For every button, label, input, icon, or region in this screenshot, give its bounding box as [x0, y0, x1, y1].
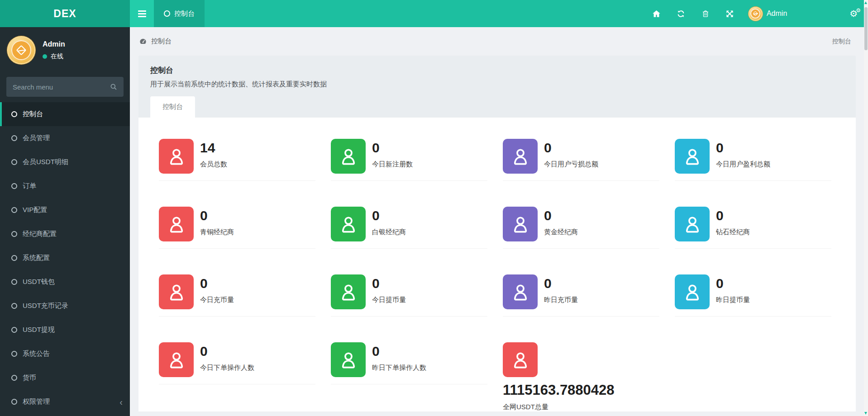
user-icon: [159, 207, 194, 241]
user-icon: [503, 207, 538, 241]
expand-button[interactable]: [720, 0, 739, 27]
stat-label: 今日用户盈利总额: [716, 160, 770, 169]
sidebar-item[interactable]: 会员管理 ‹: [0, 126, 130, 150]
sidebar-item[interactable]: 权限管理 ‹: [0, 390, 130, 414]
stat-value: 0: [716, 141, 770, 155]
avatar: [7, 36, 35, 64]
sidebar-item[interactable]: 系统配置 ‹: [0, 246, 130, 270]
search-icon[interactable]: [110, 83, 117, 90]
sidebar-item-label: 订单: [23, 182, 36, 190]
stat-card: 0 今日充币量: [159, 274, 331, 342]
stat-card: 0 黄金经纪商: [503, 207, 675, 274]
hamburger-icon: [138, 9, 146, 19]
scrollbar-thumb[interactable]: [864, 7, 868, 50]
navbar-actions: Admin ⚙⚙: [647, 0, 868, 27]
sidebar-item[interactable]: USDT提现 ‹: [0, 318, 130, 342]
sidebar-item-label: 会员管理: [23, 134, 50, 142]
stat-card: 0 昨日下单操作人数: [331, 342, 503, 410]
stat-value: 0: [372, 345, 426, 358]
vertical-scrollbar[interactable]: [864, 0, 868, 416]
user-icon: [675, 207, 710, 241]
stat-value: 0: [372, 277, 406, 290]
cog-small-icon: ⚙: [856, 7, 861, 14]
sidebar-item[interactable]: 会员USDT明细 ‹: [0, 150, 130, 174]
tab-console[interactable]: 控制台: [150, 96, 195, 118]
circle-icon: [11, 279, 17, 285]
circle-icon: [11, 183, 17, 189]
circle-icon: [11, 375, 17, 381]
stat-card: 14 会员总数: [159, 139, 331, 207]
sidebar-item[interactable]: 系统公告 ‹: [0, 342, 130, 366]
stat-value: 1115163.7880428: [503, 383, 675, 397]
sidebar-item[interactable]: 经纪商配置 ‹: [0, 222, 130, 246]
refresh-button[interactable]: [672, 0, 691, 27]
sidebar-item[interactable]: 订单 ‹: [0, 174, 130, 198]
sidebar-item-label: VIP配置: [23, 206, 47, 214]
circle-icon: [11, 255, 17, 261]
sidebar-item[interactable]: VIP配置 ‹: [0, 198, 130, 222]
stat-value: 0: [544, 141, 598, 155]
sidebar-user-name: Admin: [43, 40, 65, 48]
stat-value: 0: [200, 345, 254, 358]
tab-dashboard[interactable]: 控制台: [154, 0, 205, 27]
stat-value: 0: [716, 209, 750, 222]
stat-card: 0 白银经纪商: [331, 207, 503, 274]
stat-value: 0: [372, 209, 406, 222]
stat-label: 今日用户亏损总额: [544, 160, 598, 169]
trash-button[interactable]: [696, 0, 715, 27]
stat-label: 今日下单操作人数: [200, 364, 254, 372]
circle-icon: [11, 135, 17, 141]
avatar: [749, 7, 763, 21]
breadcrumb-current[interactable]: 控制台: [139, 37, 172, 46]
dashboard-icon: [139, 38, 147, 46]
user-icon: [159, 139, 194, 174]
user-menu[interactable]: Admin: [745, 7, 791, 21]
page-header: 控制台 用于展示当前系统中的统计数据、统计报表及重要实时数据 控制台: [138, 56, 856, 118]
stat-card: 0 今日新注册数: [331, 139, 503, 207]
sidebar-item-label: 经纪商配置: [23, 230, 57, 238]
stat-value: 0: [716, 277, 750, 290]
stats-panel: 14 会员总数 0 今日新注册数 0 今日用户亏损总额 0 今日用户盈利总额: [138, 118, 856, 411]
user-icon: [503, 342, 538, 377]
sidebar-item-label: USDT充币记录: [23, 302, 68, 310]
user-icon: [331, 207, 366, 241]
sidebar-item[interactable]: USDT充币记录 ‹: [0, 294, 130, 318]
sidebar-item-label: 系统公告: [23, 350, 50, 358]
home-button[interactable]: [647, 0, 666, 27]
stat-card: 0 青铜经纪商: [159, 207, 331, 274]
user-icon: [331, 139, 366, 174]
stat-value: 0: [544, 277, 578, 290]
sidebar-item-label: 系统配置: [23, 254, 50, 262]
settings-button[interactable]: ⚙⚙: [849, 8, 861, 19]
sidebar-item-label: 会员USDT明细: [23, 158, 68, 166]
scroll-down-arrow-icon[interactable]: [864, 412, 867, 415]
stat-card: 0 今日用户亏损总额: [503, 139, 675, 207]
scroll-up-arrow-icon[interactable]: [864, 1, 867, 4]
sidebar-toggle-button[interactable]: [130, 0, 154, 27]
page-title: 控制台: [150, 65, 844, 76]
sidebar-item-label: USDT提现: [23, 326, 55, 334]
sidebar-item[interactable]: 控制台 ‹: [0, 102, 130, 126]
breadcrumb: 控制台 控制台: [138, 27, 856, 56]
stat-value: 0: [372, 141, 413, 155]
circle-icon: [11, 327, 17, 333]
brand-logo[interactable]: DEX: [0, 0, 130, 27]
main-content: 控制台 控制台 控制台 用于展示当前系统中的统计数据、统计报表及重要实时数据 控…: [130, 27, 868, 416]
sidebar-item-label: 货币: [23, 373, 36, 382]
stat-value: 0: [200, 277, 234, 290]
user-icon: [675, 139, 710, 174]
stat-value: 0: [200, 209, 234, 222]
stat-card: 0 昨日提币量: [675, 274, 847, 342]
stat-label: 白银经纪商: [372, 228, 406, 236]
search-input[interactable]: [13, 83, 110, 91]
sidebar-item[interactable]: 货币 ‹: [0, 366, 130, 390]
circle-icon: [11, 303, 17, 309]
stat-label: 今日充币量: [200, 296, 234, 304]
sidebar-item-label: USDT钱包: [23, 278, 55, 286]
expand-icon: [725, 9, 734, 18]
sidebar: Admin 在线 控制台 ‹ 会员管理 ‹ 会员USDT明细 ‹ 订单 ‹ VI…: [0, 27, 130, 416]
sidebar-item[interactable]: USDT钱包 ‹: [0, 270, 130, 294]
stat-value: 14: [200, 141, 227, 155]
circle-icon: [11, 111, 17, 117]
online-status-label: 在线: [51, 52, 63, 61]
